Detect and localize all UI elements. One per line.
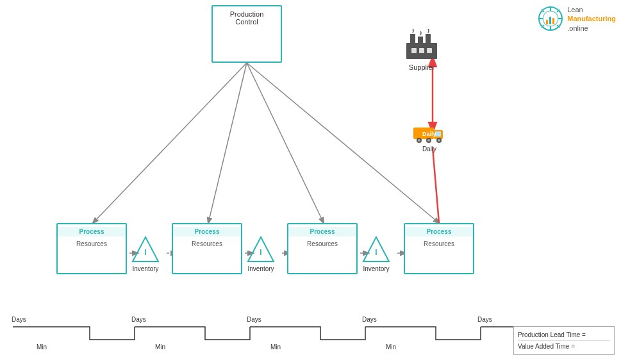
svg-rect-27 bbox=[418, 37, 423, 44]
min-label-2: Min bbox=[155, 343, 165, 351]
inventory-triangle-3: I bbox=[362, 236, 390, 264]
svg-line-0 bbox=[93, 63, 247, 223]
svg-point-38 bbox=[427, 139, 430, 142]
truck-label: Daily bbox=[422, 145, 436, 153]
svg-rect-23 bbox=[549, 17, 551, 24]
days-label-5: Days bbox=[477, 316, 492, 323]
process-3-title: Process bbox=[288, 227, 356, 236]
legend-box: Production Lead Time = Value Added Time … bbox=[513, 326, 615, 355]
supplier-area: Supplier bbox=[404, 29, 440, 71]
svg-rect-26 bbox=[410, 34, 415, 44]
value-added-label: Value Added Time = bbox=[518, 341, 610, 352]
svg-text:Daily: Daily bbox=[422, 131, 436, 137]
supplier-label: Supplier bbox=[409, 63, 435, 71]
inventory-2: I Inventory bbox=[247, 236, 275, 272]
process-2-resources: Resources bbox=[192, 240, 222, 247]
process-1-resources: Resources bbox=[76, 240, 107, 247]
process-1-title: Process bbox=[58, 227, 126, 236]
production-control-box: Production Control bbox=[211, 5, 282, 63]
process-4-resources: Resources bbox=[424, 240, 454, 247]
lead-time-label: Production Lead Time = bbox=[518, 329, 610, 341]
inventory-triangle-1: I bbox=[131, 236, 160, 264]
svg-line-11 bbox=[433, 147, 439, 223]
process-box-3: Process Resources bbox=[287, 223, 358, 274]
inventory-3-label: Inventory bbox=[363, 265, 389, 272]
truck-area: Daily Daily bbox=[413, 125, 445, 153]
factory-icon bbox=[404, 29, 440, 61]
svg-text:I: I bbox=[144, 248, 146, 257]
svg-rect-28 bbox=[426, 34, 431, 44]
svg-line-1 bbox=[208, 63, 247, 223]
svg-rect-22 bbox=[546, 20, 548, 24]
process-4-title: Process bbox=[405, 227, 473, 236]
svg-rect-30 bbox=[419, 48, 424, 53]
inventory-triangle-2: I bbox=[247, 236, 275, 264]
svg-point-36 bbox=[418, 139, 420, 142]
svg-rect-29 bbox=[411, 48, 417, 53]
process-box-4: Process Resources bbox=[404, 223, 474, 274]
process-2-title: Process bbox=[173, 227, 241, 236]
logo-icon bbox=[538, 6, 563, 31]
inventory-1: I Inventory bbox=[131, 236, 160, 272]
days-label-1: Days bbox=[12, 316, 26, 323]
logo: Lean Manufacturing .online bbox=[538, 5, 616, 33]
svg-text:I: I bbox=[260, 248, 261, 257]
days-label-4: Days bbox=[362, 316, 377, 323]
logo-text: Lean Manufacturing .online bbox=[567, 5, 616, 33]
inventory-1-label: Inventory bbox=[132, 265, 158, 272]
min-label-4: Min bbox=[386, 343, 396, 351]
min-label-3: Min bbox=[270, 343, 281, 351]
days-label-2: Days bbox=[131, 316, 146, 323]
days-label-3: Days bbox=[247, 316, 261, 323]
process-box-1: Process Resources bbox=[56, 223, 127, 274]
inventory-3: I Inventory bbox=[362, 236, 390, 272]
diagram-lines bbox=[0, 0, 621, 364]
process-3-resources: Resources bbox=[307, 240, 338, 247]
svg-line-2 bbox=[247, 63, 324, 223]
inventory-2-label: Inventory bbox=[247, 265, 274, 272]
timeline: Days Min Days Min Days Min Days Min Days bbox=[6, 314, 519, 358]
svg-line-3 bbox=[247, 63, 439, 223]
svg-rect-24 bbox=[552, 18, 554, 24]
svg-rect-31 bbox=[427, 48, 432, 53]
process-box-2: Process Resources bbox=[172, 223, 242, 274]
truck-icon: Daily bbox=[413, 125, 445, 143]
svg-point-40 bbox=[438, 139, 440, 142]
min-label-1: Min bbox=[37, 343, 47, 351]
svg-text:I: I bbox=[375, 248, 377, 257]
